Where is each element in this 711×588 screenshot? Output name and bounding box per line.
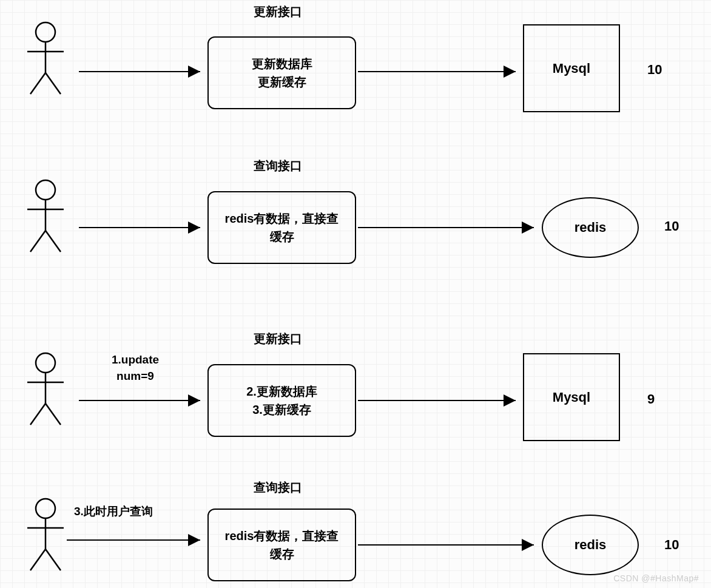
arrow-box-to-target-1 [358, 66, 522, 78]
arrow-actor-to-box-1 [79, 66, 206, 78]
row3-mysql-box: Mysql [523, 353, 620, 441]
arrow-actor-to-box-2 [79, 221, 206, 234]
watermark: CSDN @#HashMap# [613, 573, 699, 583]
arrow-box-to-target-3 [358, 394, 522, 407]
row1-mysql-box: Mysql [523, 24, 620, 112]
arrow-box-to-target-2 [358, 221, 540, 234]
arrow-actor-to-box-4 [67, 534, 206, 546]
actor-icon [27, 498, 67, 573]
row4-title: 查询接口 [254, 479, 302, 496]
arrow-actor-to-box-3 [79, 394, 206, 407]
row2-redis-ellipse: redis [542, 197, 639, 258]
row2-title: 查询接口 [254, 158, 302, 174]
row3-arrow-label: 1.update num=9 [87, 352, 184, 384]
row3-value: 9 [647, 391, 655, 407]
row4-arrow-label: 3.此时用户查询 [74, 504, 153, 520]
row1-value: 10 [647, 62, 662, 78]
row2-process-box: redis有数据，直接查 缓存 [207, 191, 356, 264]
actor-icon [27, 179, 67, 255]
row1-process-box: 更新数据库 更新缓存 [207, 36, 356, 109]
arrow-box-to-target-4 [358, 539, 540, 551]
actor-icon [27, 352, 67, 428]
row1-title: 更新接口 [254, 4, 302, 20]
row4-redis-ellipse: redis [542, 515, 639, 575]
row2-value: 10 [664, 218, 679, 234]
row3-title: 更新接口 [254, 331, 302, 347]
row3-process-box: 2.更新数据库 3.更新缓存 [207, 364, 356, 437]
row4-process-box: redis有数据，直接查 缓存 [207, 509, 356, 581]
actor-icon [27, 21, 67, 97]
row4-value: 10 [664, 537, 679, 553]
